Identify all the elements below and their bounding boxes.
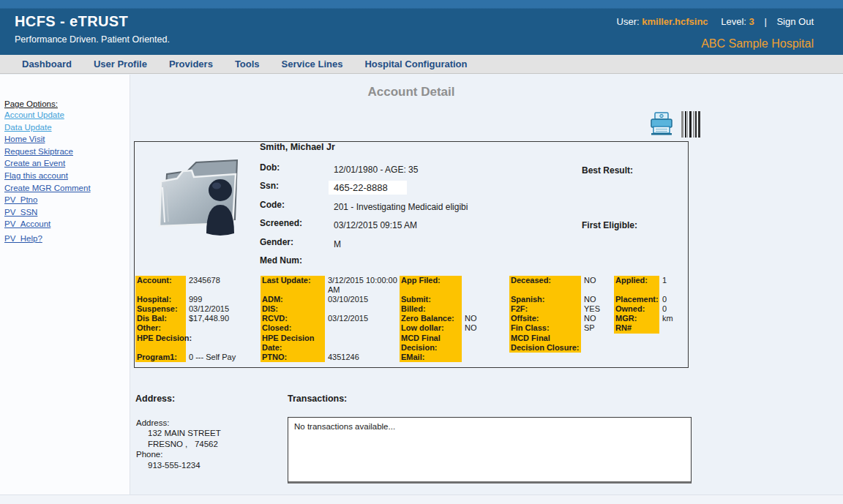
sidebar-link-create-mgr-comment[interactable]: Create MGR Comment [4, 184, 130, 192]
page-title: Account Detail [134, 85, 689, 99]
sidebar-link-create-an-event[interactable]: Create an Event [4, 159, 130, 168]
patient-field-value-ssn: 465-22-8888 [329, 181, 407, 195]
sidebar-link-request-skiptrace[interactable]: Request Skiptrace [4, 147, 130, 156]
account-detail-panel: Smith, Michael Jr Dob:12/01/1980 - AGE: … [134, 141, 689, 368]
address-line-phone: Phone: [136, 449, 221, 459]
grid-label-billed: Billed: [401, 304, 462, 314]
patient-field-label-med-num: Med Num: [260, 255, 334, 266]
address-line-132-main-street: 132 MAIN STREET [136, 428, 221, 438]
grid-label-blank [137, 285, 186, 295]
sidebar-link-pv-ptno[interactable]: PV_Ptno [4, 195, 130, 204]
nav-item-user-profile[interactable]: User Profile [94, 55, 147, 73]
grid-label-blank [615, 285, 659, 295]
sidebar-link-flag-this-account[interactable]: Flag this account [4, 171, 130, 180]
grid-value-dis [328, 304, 397, 314]
grid-label-other: Other: [137, 323, 186, 333]
grid-label-deceased: Deceased: [511, 276, 581, 285]
grid-value-blank [189, 285, 255, 295]
patient-field-label-code: Code: [260, 200, 334, 210]
grid-value-mgr: km [662, 314, 729, 323]
grid-label-blank [137, 343, 186, 353]
grid-value-owned: 0 [662, 304, 729, 314]
grid-label-dis-bal: Dis Bal: [137, 314, 186, 323]
patient-field-screened: Screened:03/12/2015 09:15 AM [260, 218, 574, 236]
dates-group-values: 3/12/2015 10:00:00AM03/10/201503/12/2015… [325, 276, 397, 362]
patient-field-gender: Gender:M [260, 237, 574, 255]
transactions-empty-text: No transactions available... [294, 422, 395, 431]
grid-label-mcd-final: MCD Final [511, 334, 581, 343]
patient-name: Smith, Michael Jr [260, 142, 335, 152]
grid-label-decision: Decision: [401, 343, 462, 353]
page-options-heading: Page Options: [4, 99, 130, 108]
grid-value-other [189, 323, 255, 333]
assignment-group: Applied:Placement:Owned:MGR:RN#100km [614, 276, 729, 334]
grid-label-decision-closure: Decision Closure: [511, 343, 581, 353]
sidebar-link-account-update[interactable]: Account Update [4, 110, 130, 119]
grid-value-program1: 0 --- Self Pay [189, 353, 255, 362]
best-result-label: Best Result: [582, 165, 633, 176]
user-label: User: [617, 16, 640, 27]
grid-label-offsite: Offsite: [511, 314, 581, 323]
nav-item-hospital-configuration[interactable]: Hospital Configuration [364, 55, 467, 73]
grid-label-last-update: Last Update: [262, 276, 325, 285]
patient-field-value-gender: M [334, 239, 341, 249]
nav-item-service-lines[interactable]: Service Lines [282, 55, 343, 73]
grid-value-hpe-decision [189, 334, 255, 343]
address-block: Address:132 MAIN STREETFRESNO , 74562Pho… [136, 418, 221, 470]
grid-label-mcd-final: MCD Final [401, 334, 462, 343]
grid-value-dis-bal: $17,448.90 [189, 314, 255, 323]
user-value: kmiller.hcfsinc [642, 16, 708, 27]
grid-label-hpe-decision: HPE Decision [262, 334, 325, 343]
grid-value-ptno: 4351246 [328, 353, 397, 362]
account-group: Account:Hospital:Suspense:Dis Bal:Other:… [135, 276, 255, 362]
grid-value-date [328, 343, 397, 353]
grid-label-applied: Applied: [615, 276, 659, 285]
patient-field-value-screened: 03/12/2015 09:15 AM [334, 220, 417, 230]
grid-value-placement: 0 [662, 295, 729, 304]
sidebar-link-data-update[interactable]: Data Update [4, 123, 130, 132]
grid-value-rn [662, 323, 729, 333]
patient-field-ssn: Ssn:465-22-8888 [260, 181, 574, 199]
grid-label-zero-balance: Zero Balance: [401, 314, 462, 323]
grid-label-hpe-decision: HPE Decision: [137, 334, 186, 343]
grid-label-rcvd: RCVD: [262, 314, 325, 323]
account-group-values: 234567899903/12/2015$17,448.900 --- Self… [186, 276, 255, 362]
nav-item-dashboard[interactable]: Dashboard [22, 55, 72, 73]
patient-field-label-dob: Dob: [260, 162, 334, 173]
nav-item-providers[interactable]: Providers [169, 55, 213, 73]
printer-icon[interactable] [648, 111, 675, 136]
user-info-bar: User: kmiller.hcfsinc Level: 3 | Sign Ou… [617, 16, 814, 27]
dates-group-labels: Last Update:ADM:DIS:RCVD:Closed:HPE Deci… [261, 276, 325, 362]
footer-strip [0, 494, 843, 504]
grid-label-hospital: Hospital: [137, 295, 186, 304]
patient-field-med-num: Med Num: [260, 255, 574, 274]
grid-value-hospital: 999 [189, 295, 255, 304]
grid-label-closed: Closed: [262, 323, 325, 333]
account-group-labels: Account:Hospital:Suspense:Dis Bal:Other:… [135, 276, 186, 362]
grid-label-mgr: MGR: [615, 314, 659, 323]
main-nav: DashboardUser ProfileProvidersToolsServi… [0, 55, 843, 74]
grid-label-suspense: Suspense: [137, 304, 186, 314]
sidebar-link-pv-ssn[interactable]: PV_SSN [4, 208, 130, 217]
grid-label-ptno: PTNO: [262, 353, 325, 362]
assignment-group-values: 100km [659, 276, 729, 334]
grid-label-blank [262, 285, 325, 295]
grid-value-email [465, 353, 531, 362]
grid-value-rcvd: 03/12/2015 [328, 314, 397, 323]
grid-value-hpe-decision [328, 334, 397, 343]
grid-label-adm: ADM: [262, 295, 325, 304]
grid-value-account: 2345678 [189, 276, 255, 285]
barcode-icon[interactable] [681, 111, 700, 138]
sign-out-link[interactable]: Sign Out [776, 16, 814, 27]
filing-group-labels: App Filed:Submit:Billed:Zero Balance:Low… [400, 276, 462, 362]
sidebar-link-home-visit[interactable]: Home Visit [4, 135, 130, 143]
sidebar-link-pv-help[interactable]: PV_Help? [4, 234, 130, 243]
level-label: Level: [721, 16, 746, 27]
sidebar-link-pv-account[interactable]: PV_Account [4, 219, 130, 228]
patient-field-code: Code:201 - Investigating Medicaid eligib… [260, 200, 574, 218]
grid-value-mcd-final [584, 334, 651, 343]
nav-item-tools[interactable]: Tools [235, 55, 260, 73]
brand-title: HCFS - eTRUST [15, 13, 128, 30]
grid-label-rn: RN# [615, 323, 659, 333]
grid-value-closed [328, 323, 397, 333]
